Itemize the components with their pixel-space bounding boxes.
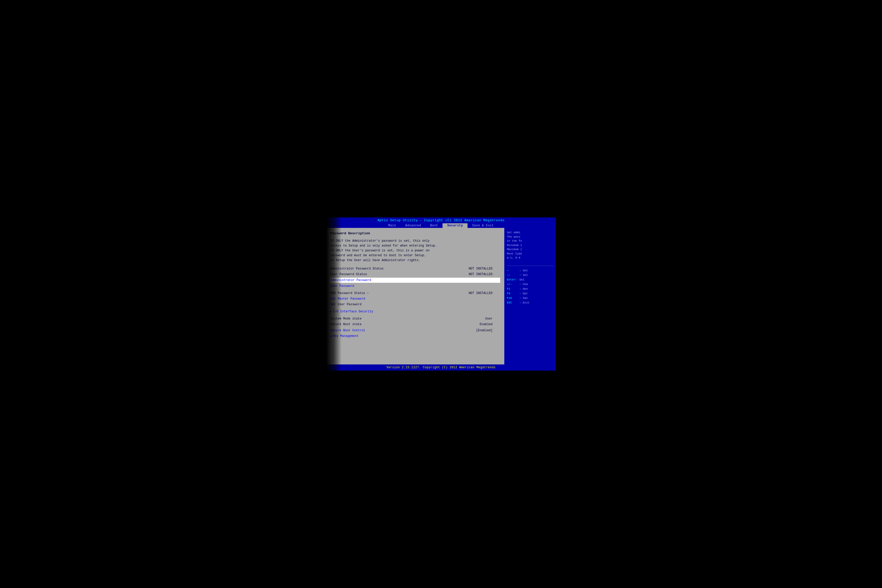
key-f10: F10 bbox=[507, 297, 518, 300]
key-help-divider bbox=[507, 266, 554, 266]
administrator-password-label: Administrator Password bbox=[331, 278, 371, 282]
key-arrows-lr: ↔ bbox=[507, 269, 518, 272]
tab-advanced[interactable]: Advanced bbox=[400, 223, 426, 228]
io-interface-security-item[interactable]: ▶ I/O Interface Security bbox=[330, 309, 500, 314]
set-user-password-item[interactable]: Set User Password bbox=[330, 302, 500, 307]
bios-screen: Aptio Setup Utility – Copyright (C) 2012… bbox=[326, 218, 556, 370]
key-management-item[interactable]: ▶ Key Management bbox=[330, 334, 500, 338]
key-f10-desc: : Sav bbox=[519, 297, 528, 300]
user-password-label: User Password bbox=[330, 284, 354, 288]
key-f1: F1 bbox=[507, 287, 518, 290]
key-plusminus: +/- bbox=[507, 283, 518, 286]
tab-save-exit[interactable]: Save & Exit bbox=[468, 223, 498, 228]
key-enter-desc: Sel bbox=[519, 278, 525, 281]
help-line-5: Must type bbox=[507, 252, 554, 256]
key-row-enter: Enter: Sel bbox=[507, 278, 554, 281]
system-mode-value: User bbox=[485, 316, 492, 321]
title-bar: Aptio Setup Utility – Copyright (C) 2012… bbox=[326, 218, 556, 223]
secure-boot-control-item[interactable]: Secure Boot Control bbox=[330, 328, 365, 333]
administrator-password-item[interactable]: Administrator Password bbox=[330, 278, 500, 283]
hdd-password-status-value: NOT INSTALLED bbox=[469, 291, 492, 296]
help-text: Set Admi The pass in the fo Minimum l Ma… bbox=[507, 231, 554, 260]
user-password-status-value: NOT INSTALLED bbox=[469, 272, 492, 277]
key-arrows-ud: ↑↓ bbox=[507, 274, 518, 277]
key-esc: ESC bbox=[507, 301, 518, 304]
left-panel: Password Description If ONLY the Adminis… bbox=[326, 228, 505, 364]
help-line-4: Maximum l bbox=[507, 247, 554, 252]
footer-text: Version 2.15.1227. Copyright (C) 2012 Am… bbox=[386, 366, 496, 369]
help-line-0: Set Admi bbox=[507, 231, 554, 235]
section-title: Password Description bbox=[330, 231, 500, 236]
hdd-password-status-label: HDD Password Status : bbox=[330, 291, 369, 296]
right-panel: Set Admi The pass in the fo Minimum l Ma… bbox=[505, 228, 556, 364]
admin-password-status-row: Administrator Password Status NOT INSTAL… bbox=[330, 266, 500, 271]
key-management-label: Key Management bbox=[333, 334, 358, 338]
secure-boot-control-value: [Enabled] bbox=[476, 328, 492, 333]
key-select-item-desc: : Sel bbox=[519, 274, 528, 277]
secure-boot-state-row: Secure Boot state Enabled bbox=[330, 322, 500, 327]
set-master-password-label: Set Master Password bbox=[330, 297, 365, 301]
tab-main[interactable]: Main bbox=[384, 223, 400, 228]
key-change-desc: : Cha bbox=[519, 283, 528, 286]
main-content: Password Description If ONLY the Adminis… bbox=[326, 228, 556, 364]
key-row-f10: F10 : Sav bbox=[507, 297, 554, 300]
key-row-f9: F9 : Opt bbox=[507, 292, 554, 295]
key-select-screen-desc: : Sel bbox=[519, 269, 528, 272]
hdd-password-status-row: HDD Password Status : NOT INSTALLED bbox=[330, 291, 500, 296]
tab-security[interactable]: Security bbox=[442, 223, 468, 228]
description-text: If ONLY the Administrator's password is … bbox=[330, 238, 500, 263]
tab-boot[interactable]: Boot bbox=[426, 223, 443, 228]
help-line-2: in the fo bbox=[507, 239, 554, 243]
set-master-password-item[interactable]: Set Master Password bbox=[330, 297, 500, 301]
key-esc-desc: : Exit bbox=[519, 301, 530, 304]
secure-boot-control-row: Secure Boot Control [Enabled] bbox=[330, 328, 500, 333]
key-f9-desc: : Opt bbox=[519, 292, 528, 295]
secure-boot-state-value: Enabled bbox=[480, 322, 492, 327]
system-mode-label: System Mode state bbox=[330, 316, 362, 321]
admin-password-status-value: NOT INSTALLED bbox=[469, 266, 492, 271]
admin-password-status-label: Administrator Password Status bbox=[330, 266, 384, 271]
help-line-3: Minimum l bbox=[507, 243, 554, 248]
user-password-status-label: User Password Status bbox=[330, 272, 367, 277]
user-password-item[interactable]: User Password bbox=[330, 284, 500, 288]
user-password-status-row: User Password Status NOT INSTALLED bbox=[330, 272, 500, 277]
help-line-1: The pass bbox=[507, 235, 554, 239]
key-f9: F9 bbox=[507, 292, 518, 295]
io-arrow-icon: ▶ bbox=[330, 310, 332, 314]
key-enter: Enter: bbox=[507, 278, 518, 281]
system-mode-row: System Mode state User bbox=[330, 316, 500, 321]
key-row-esc: ESC : Exit bbox=[507, 301, 554, 304]
footer-bar: Version 2.15.1227. Copyright (C) 2012 Am… bbox=[326, 364, 556, 370]
key-row-change: +/- : Cha bbox=[507, 283, 554, 286]
help-line-6: a-z, 0-9 bbox=[507, 256, 554, 260]
title-text: Aptio Setup Utility – Copyright (C) 2012… bbox=[378, 219, 504, 222]
key-row-select-screen: ↔ : Sel bbox=[507, 269, 554, 272]
key-f1-desc: : Gen bbox=[519, 287, 528, 290]
io-interface-security-label: I/O Interface Security bbox=[333, 309, 373, 314]
nav-tabs: Main Advanced Boot Security Save & Exit bbox=[326, 223, 556, 228]
key-management-arrow-icon: ▶ bbox=[330, 334, 332, 338]
key-row-select-item: ↑↓ : Sel bbox=[507, 274, 554, 277]
secure-boot-state-label: Secure Boot state bbox=[330, 322, 362, 327]
key-row-f1: F1 : Gen bbox=[507, 287, 554, 290]
